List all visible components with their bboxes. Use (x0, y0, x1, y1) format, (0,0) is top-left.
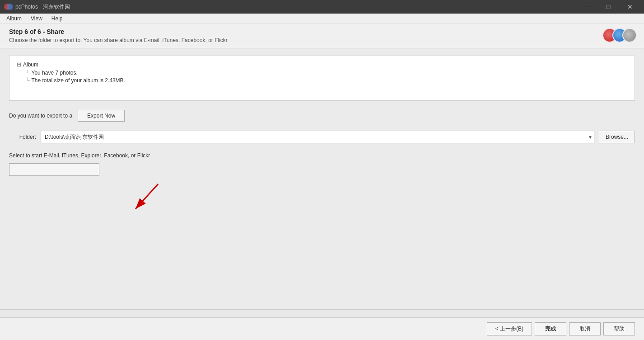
total-size-text: The total size of your album is 2.43MB. (32, 77, 125, 84)
share-label: Select to start E-Mail, iTunes, Explorer… (9, 152, 635, 159)
title-bar-title: pcPhotos - 河东软件园 (15, 3, 70, 11)
back-button[interactable]: < 上一步(B) (487, 322, 532, 335)
menu-bar: Album View Help (0, 14, 644, 24)
svg-line-3 (135, 184, 158, 209)
cancel-button[interactable]: 取消 (569, 322, 601, 335)
photo-count-text: You have 7 photos. (32, 70, 78, 76)
bottom-bar: < 上一步(B) 完成 取消 帮助 (0, 317, 644, 340)
app-logo-circles (602, 28, 637, 42)
progress-area (0, 309, 644, 317)
svg-point-1 (7, 4, 13, 10)
step-description: Choose the folder to export to. You can … (9, 37, 635, 43)
tree-dash-1: └ (26, 70, 30, 76)
share-dropdown-wrap: E-Mail iTunes Explorer Facebook Flickr (9, 163, 99, 176)
help-button[interactable]: 帮助 (603, 322, 635, 335)
step-title: Step 6 of 6 - Share (9, 28, 635, 35)
tree-collapse-icon: ⊟ (17, 61, 21, 68)
app-logo (4, 2, 14, 12)
export-question-label: Do you want to export to a (9, 113, 72, 119)
menu-help[interactable]: Help (47, 14, 67, 23)
menu-album[interactable]: Album (2, 14, 26, 23)
folder-label: Folder: (9, 134, 36, 140)
album-label: Album (23, 61, 38, 68)
share-dropdown[interactable]: E-Mail iTunes Explorer Facebook Flickr (9, 163, 99, 176)
folder-input[interactable] (41, 131, 594, 143)
main-content: ⊟ Album └ You have 7 photos. └ The total… (0, 48, 644, 309)
info-box: ⊟ Album └ You have 7 photos. └ The total… (9, 56, 635, 101)
folder-row: Folder: ▼ Browse... (9, 131, 635, 143)
finish-button[interactable]: 完成 (535, 322, 566, 335)
header-area: Step 6 of 6 - Share Choose the folder to… (0, 24, 644, 48)
title-bar-controls: ─ □ ✕ (576, 0, 640, 14)
folder-input-wrap: ▼ (41, 131, 594, 143)
arrow-annotation-1 (117, 182, 172, 218)
browse-button[interactable]: Browse... (599, 131, 635, 143)
close-button[interactable]: ✕ (620, 0, 640, 14)
menu-view[interactable]: View (26, 14, 47, 23)
logo-circle-gray (622, 28, 637, 42)
export-section: Do you want to export to a Export Now (9, 110, 635, 122)
share-section: Select to start E-Mail, iTunes, Explorer… (9, 152, 635, 176)
minimize-button[interactable]: ─ (576, 0, 597, 14)
maximize-button[interactable]: □ (598, 0, 619, 14)
title-bar: pcPhotos - 河东软件园 ─ □ ✕ (0, 0, 644, 14)
export-now-button[interactable]: Export Now (78, 110, 125, 122)
tree-dash-2: └ (26, 77, 30, 84)
